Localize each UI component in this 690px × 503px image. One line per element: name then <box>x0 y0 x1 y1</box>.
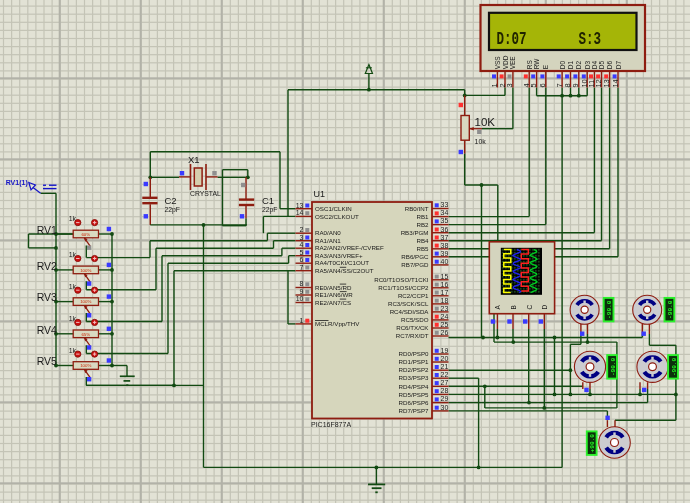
svg-text:7: 7 <box>300 264 304 271</box>
svg-text:RC2/CCP1: RC2/CCP1 <box>398 292 429 299</box>
svg-text:D4: D4 <box>591 61 598 70</box>
svg-text:RS: RS <box>526 60 533 70</box>
svg-text:C2: C2 <box>165 195 177 206</box>
svg-text:+90.0: +90.0 <box>589 434 596 453</box>
svg-text:RD2/PSP2: RD2/PSP2 <box>399 366 429 373</box>
svg-text:34: 34 <box>441 209 449 216</box>
svg-text:D1: D1 <box>567 61 574 70</box>
svg-text:U1: U1 <box>314 189 326 199</box>
svg-text:A: A <box>494 305 501 310</box>
svg-text:RA0/AN0: RA0/AN0 <box>315 229 341 236</box>
svg-text:6: 6 <box>300 256 304 263</box>
svg-text:VEE: VEE <box>510 56 517 70</box>
svg-text:RD4/PSP4: RD4/PSP4 <box>399 383 429 390</box>
svg-text:10: 10 <box>296 295 304 302</box>
svg-text:D2: D2 <box>575 61 582 70</box>
svg-text:D: D <box>541 305 548 310</box>
svg-text:RD3/PSP3: RD3/PSP3 <box>399 374 429 381</box>
svg-text:26: 26 <box>441 329 449 336</box>
svg-text:OSC1/CLKIN: OSC1/CLKIN <box>315 205 352 212</box>
svg-text:RD6/PSP6: RD6/PSP6 <box>399 399 429 406</box>
svg-text:30: 30 <box>441 404 449 411</box>
svg-text:RA2/AN2/VREF-/CVREF: RA2/AN2/VREF-/CVREF <box>315 244 384 251</box>
svg-text:C1: C1 <box>262 195 274 206</box>
svg-text:RA3/AN3/VREF+: RA3/AN3/VREF+ <box>315 252 363 259</box>
svg-text:X1: X1 <box>188 154 200 165</box>
svg-text:RA5/AN4/SS/C2OUT: RA5/AN4/SS/C2OUT <box>315 267 374 274</box>
svg-text:22pF: 22pF <box>165 206 181 214</box>
svg-text:33: 33 <box>441 201 449 208</box>
svg-text:RD0/PSP0: RD0/PSP0 <box>399 350 429 357</box>
svg-text:15: 15 <box>441 273 449 280</box>
svg-text:16: 16 <box>441 281 449 288</box>
svg-text:13: 13 <box>296 202 304 209</box>
svg-text:RV1: RV1 <box>37 224 57 236</box>
svg-text:37: 37 <box>441 234 449 241</box>
svg-text:D3: D3 <box>584 61 591 70</box>
svg-text:10k: 10k <box>475 138 487 145</box>
svg-text:25: 25 <box>441 321 449 328</box>
svg-text:RD1/PSP1: RD1/PSP1 <box>399 358 429 365</box>
svg-text:60%: 60% <box>81 232 90 237</box>
svg-text:D0: D0 <box>559 61 566 70</box>
svg-text:RE2/AN7/CS: RE2/AN7/CS <box>315 299 351 306</box>
svg-text:39: 39 <box>441 250 449 257</box>
svg-text:1: 1 <box>300 317 304 324</box>
svg-text:D6: D6 <box>606 61 613 70</box>
svg-text:14: 14 <box>611 79 620 87</box>
svg-text:RC1/T1OSI/CCP2: RC1/T1OSI/CCP2 <box>378 284 429 291</box>
svg-text:-90.0: -90.0 <box>610 357 617 376</box>
svg-text:RW: RW <box>533 58 540 70</box>
svg-text:100%: 100% <box>80 268 91 273</box>
svg-text:6: 6 <box>538 83 547 87</box>
svg-text:S:3: S:3 <box>579 29 602 50</box>
svg-text:24: 24 <box>441 313 449 320</box>
svg-text:18: 18 <box>441 297 449 304</box>
svg-text:OSC2/CLKOUT: OSC2/CLKOUT <box>315 213 359 220</box>
svg-text:RA4/T0CKI/C1OUT: RA4/T0CKI/C1OUT <box>315 259 369 266</box>
svg-text:21: 21 <box>441 363 449 370</box>
svg-text:RC6/TX/CK: RC6/TX/CK <box>396 324 429 331</box>
svg-text:RC0/T1OSO/T1CKI: RC0/T1OSO/T1CKI <box>374 276 429 283</box>
svg-text:27: 27 <box>441 379 449 386</box>
svg-text:38: 38 <box>441 242 449 249</box>
svg-text:5: 5 <box>529 83 538 87</box>
svg-text:RB7/PGD: RB7/PGD <box>401 261 429 268</box>
svg-text:40: 40 <box>441 258 449 265</box>
svg-text:35: 35 <box>441 217 449 224</box>
svg-text:VSS: VSS <box>494 56 501 70</box>
svg-text:RE0/AN5/RD: RE0/AN5/RD <box>315 284 352 291</box>
svg-text:9: 9 <box>300 288 304 295</box>
svg-text:2: 2 <box>300 226 304 233</box>
svg-text:RB5: RB5 <box>416 245 429 252</box>
svg-text:4: 4 <box>300 241 304 248</box>
svg-text:RB3/PGM: RB3/PGM <box>401 229 429 236</box>
svg-text:CRYSTAL: CRYSTAL <box>190 190 221 197</box>
svg-text:29: 29 <box>441 395 449 402</box>
svg-text:20: 20 <box>441 355 449 362</box>
svg-text:100%: 100% <box>80 299 91 304</box>
svg-text:RC7/RX/DT: RC7/RX/DT <box>396 332 429 339</box>
svg-text:3: 3 <box>300 234 304 241</box>
svg-text:RB1: RB1 <box>416 213 429 220</box>
svg-text:-90.0: -90.0 <box>671 357 678 376</box>
svg-text:RV1(1): RV1(1) <box>6 179 28 187</box>
svg-text:RV4: RV4 <box>37 324 57 336</box>
svg-text:D:07: D:07 <box>497 29 527 50</box>
svg-text:RD5/PSP5: RD5/PSP5 <box>399 391 429 398</box>
svg-text:65%: 65% <box>81 332 90 337</box>
svg-text:VDD: VDD <box>502 55 509 69</box>
svg-text:8: 8 <box>300 280 304 287</box>
svg-text:MCLR/Vpp/THV: MCLR/Vpp/THV <box>315 320 360 327</box>
svg-text:22pF: 22pF <box>262 206 278 214</box>
svg-text:14: 14 <box>296 209 304 216</box>
svg-text:RV3: RV3 <box>37 291 57 303</box>
svg-text:36: 36 <box>441 226 449 233</box>
svg-text:23: 23 <box>441 305 449 312</box>
svg-text:D7: D7 <box>615 61 622 70</box>
svg-text:17: 17 <box>441 289 449 296</box>
svg-text:-90.0: -90.0 <box>606 300 613 319</box>
svg-text:-90.0: -90.0 <box>667 300 674 319</box>
svg-text:RC4/SDI/SDA: RC4/SDI/SDA <box>390 308 430 315</box>
svg-text:RA1/AN1: RA1/AN1 <box>315 237 341 244</box>
